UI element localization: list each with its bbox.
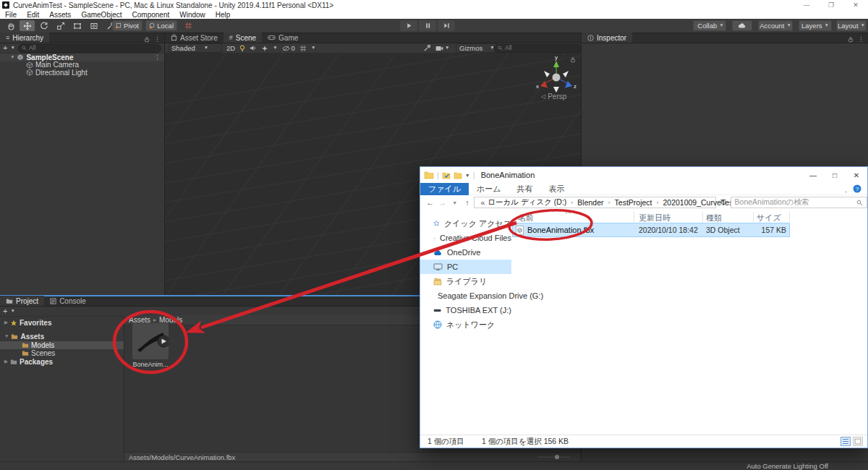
hidden-objects-toggle[interactable]: 0	[282, 44, 295, 52]
lighting-bulb-icon[interactable]	[239, 45, 245, 52]
foldout-caret-icon[interactable]: ▶	[4, 359, 8, 364]
unity-minimize-icon[interactable]: —	[794, 0, 819, 10]
recent-caret-icon[interactable]: ▼	[449, 200, 460, 205]
sidebar-item-pc[interactable]: PC	[420, 260, 511, 274]
pause-button[interactable]	[419, 20, 436, 31]
layout-dropdown[interactable]: Layout▼	[836, 20, 867, 31]
move-tool-icon[interactable]	[20, 20, 35, 31]
tab-console[interactable]: Console	[44, 296, 92, 306]
audio-icon[interactable]	[250, 45, 257, 51]
rect-tool-icon[interactable]	[69, 20, 85, 31]
step-button[interactable]	[438, 20, 455, 31]
column-header-size[interactable]: サイズ	[757, 213, 781, 223]
ribbon-expand-caret-icon[interactable]: ˬ	[845, 186, 847, 192]
kebab-menu-icon[interactable]: ⋮	[858, 35, 864, 43]
explorer-search-input[interactable]: BoneAnimationの検索	[731, 197, 867, 208]
menu-file[interactable]: File	[5, 11, 17, 19]
help-icon[interactable]: ?	[853, 184, 861, 193]
local-toggle-button[interactable]: Local	[145, 20, 177, 31]
project-tree-favorites[interactable]: ▶ Favorites	[0, 318, 124, 328]
up-icon[interactable]: ↑	[461, 198, 472, 207]
project-tree-packages[interactable]: ▶ Packages	[0, 357, 124, 366]
persp-toggle[interactable]: ◁ Persp	[541, 93, 566, 101]
rotate-tool-icon[interactable]	[36, 20, 51, 31]
grid-snap-icon[interactable]	[181, 20, 196, 31]
unity-restore-icon[interactable]: ❐	[819, 0, 843, 10]
gizmo-lock-icon[interactable]	[570, 56, 576, 63]
hierarchy-item-main-camera[interactable]: Main Camera	[0, 61, 164, 69]
tab-game[interactable]: Game	[262, 33, 304, 43]
address-segment[interactable]: TestProject	[615, 198, 652, 207]
hand-tool-icon[interactable]	[3, 20, 18, 31]
thumbnail-size-slider[interactable]	[537, 453, 571, 461]
sidebar-item-creative-cloud[interactable]: Creative Cloud Files	[420, 231, 511, 245]
project-tree-assets[interactable]: ▼ Assets	[0, 332, 124, 341]
new-folder-icon[interactable]	[454, 171, 462, 179]
scene-tools-icon[interactable]	[423, 44, 431, 52]
file-row-boneanimation[interactable]: BoneAnimation.fbx 2020/10/10 18:42 3D Ob…	[513, 223, 789, 236]
folder-properties-icon[interactable]	[442, 171, 451, 179]
hierarchy-add-caret-icon[interactable]: ▼	[10, 46, 14, 51]
explorer-maximize-icon[interactable]: □	[824, 167, 846, 183]
sidebar-item-toshiba-drive[interactable]: TOSHIBA EXT (J:)	[420, 303, 511, 317]
explorer-close-icon[interactable]: ✕	[846, 167, 867, 183]
tab-asset-store[interactable]: Asset Store	[165, 33, 224, 43]
2d-toggle-button[interactable]: 2D	[226, 44, 235, 52]
kebab-menu-icon[interactable]: ⋮	[154, 35, 161, 43]
column-header-modified[interactable]: 更新日時	[639, 213, 671, 223]
asset-boneanimation-label[interactable]: BoneAnim...	[124, 361, 176, 368]
hierarchy-add-icon[interactable]: +	[3, 44, 7, 52]
effects-icon[interactable]	[261, 45, 268, 52]
back-icon[interactable]: ←	[425, 198, 435, 207]
sidebar-item-quick-access[interactable]: クイック アクセス	[420, 216, 511, 231]
account-dropdown[interactable]: Account▼	[758, 20, 793, 31]
kebab-menu-icon[interactable]: ⋮	[154, 54, 164, 61]
sidebar-item-onedrive[interactable]: OneDrive	[420, 245, 511, 260]
large-icons-view-icon[interactable]	[853, 437, 863, 446]
details-view-icon[interactable]	[841, 437, 851, 446]
project-add-icon[interactable]: +	[3, 307, 7, 315]
sidebar-item-seagate-drive[interactable]: Seagate Expansion Drive (G:)	[420, 289, 511, 303]
pivot-toggle-button[interactable]: Pivot	[112, 20, 142, 31]
ribbon-tab-home[interactable]: ホーム	[469, 183, 509, 195]
collab-button[interactable]: Collab▼	[693, 20, 726, 31]
scale-tool-icon[interactable]	[53, 20, 68, 31]
column-header-type[interactable]: 種類	[706, 213, 722, 223]
column-header-name[interactable]: 名前	[518, 213, 534, 223]
menu-window[interactable]: Window	[179, 11, 205, 19]
project-tree-models[interactable]: Models	[0, 341, 124, 349]
menu-edit[interactable]: Edit	[27, 11, 39, 19]
scene-search-input[interactable]: All	[494, 44, 582, 53]
hierarchy-item-directional-light[interactable]: Directional Light	[0, 69, 164, 77]
grid-caret-icon[interactable]: ▼	[311, 46, 315, 51]
project-add-caret-icon[interactable]: ▼	[10, 309, 14, 314]
project-tree-scenes[interactable]: Scenes	[0, 349, 124, 357]
scene-visibility-grid-icon[interactable]	[299, 45, 307, 52]
menu-help[interactable]: Help	[216, 11, 231, 19]
ribbon-tab-share[interactable]: 共有	[509, 183, 541, 195]
menu-gameobject[interactable]: GameObject	[81, 11, 122, 19]
address-segment[interactable]: ローカル ディスク (D:)	[488, 197, 566, 208]
tab-inspector[interactable]: Inspector	[582, 33, 632, 43]
forward-icon[interactable]: →	[437, 198, 448, 207]
ribbon-tab-file[interactable]: ファイル	[420, 183, 469, 195]
quick-access-caret-icon[interactable]: ▼	[465, 173, 470, 178]
foldout-caret-icon[interactable]: ▼	[10, 55, 14, 60]
address-segment[interactable]: Blender	[577, 198, 603, 207]
foldout-caret-icon[interactable]: ▼	[4, 334, 9, 339]
asset-boneanimation-thumbnail[interactable]	[132, 323, 169, 359]
tab-hierarchy[interactable]: ≡ Hierarchy	[0, 33, 49, 43]
sidebar-item-network[interactable]: ネットワーク	[420, 317, 511, 332]
effects-caret-icon[interactable]: ▼	[273, 46, 277, 51]
gizmos-dropdown[interactable]: Gizmos▼	[456, 43, 498, 53]
lock-icon[interactable]	[144, 36, 150, 43]
transform-tool-icon[interactable]	[86, 20, 101, 31]
scene-camera-dropdown[interactable]: ▼	[435, 46, 449, 51]
tab-scene[interactable]: # Scene	[224, 33, 262, 43]
menu-assets[interactable]: Assets	[49, 11, 71, 19]
lighting-status[interactable]: Auto Generate Lighting Off	[746, 462, 828, 470]
menu-component[interactable]: Component	[132, 11, 170, 19]
unity-close-icon[interactable]: ✕	[843, 0, 868, 10]
cloud-button[interactable]	[732, 20, 752, 31]
sidebar-item-libraries[interactable]: ライブラリ	[420, 274, 511, 289]
